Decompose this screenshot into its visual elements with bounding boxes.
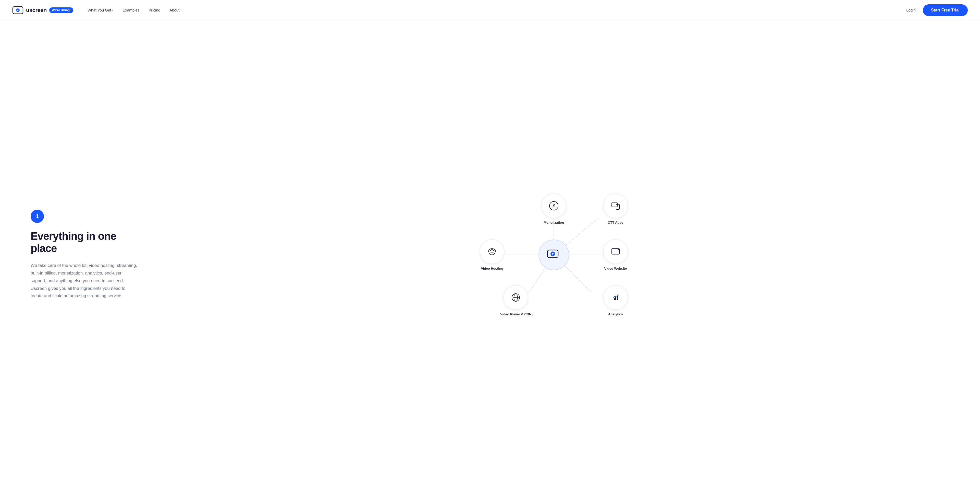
chevron-down-icon-about: ▾ [180, 9, 182, 11]
uscreen-center-icon [546, 247, 562, 263]
svg-point-25 [617, 295, 619, 295]
center-node [538, 239, 569, 270]
main-content: 1 Everything in one place We take care o… [0, 21, 980, 489]
monetization-circle: $ [542, 194, 566, 218]
video-player-circle [504, 285, 528, 310]
video-hosting-circle [480, 239, 504, 264]
main-heading: Everything in one place [30, 230, 138, 255]
uscreen-logo-icon [12, 6, 24, 15]
ott-circle [603, 194, 628, 218]
hiring-badge[interactable]: We're Hiring! [49, 7, 73, 13]
nav-examples[interactable]: Examples [123, 8, 139, 12]
svg-text:$: $ [552, 203, 555, 209]
feature-node-ott: OTT Apps [603, 194, 628, 225]
analytics-icon [611, 292, 620, 303]
video-player-cdn-icon [511, 292, 521, 303]
step-badge: 1 [30, 210, 44, 223]
video-website-circle [603, 239, 628, 264]
video-website-label: Video Website [605, 266, 627, 270]
svg-point-16 [490, 253, 495, 255]
navbar: uscreen We're Hiring! What You Get ▾ Exa… [0, 0, 980, 21]
svg-rect-14 [612, 203, 617, 207]
svg-rect-22 [614, 298, 615, 300]
feature-node-video-website: Video Website [603, 239, 628, 270]
nav-menu: What You Get ▾ Examples Pricing About ▾ [88, 8, 906, 12]
ott-label: OTT Apps [608, 221, 624, 225]
analytics-label: Analytics [608, 312, 623, 316]
navbar-right: Login Start Free Trial [906, 4, 968, 16]
nav-what-you-get[interactable]: What You Get ▾ [88, 8, 114, 12]
diagram-container: $ Monetization OTT Apps [475, 188, 633, 321]
video-website-icon [611, 247, 620, 256]
nav-pricing[interactable]: Pricing [148, 8, 160, 12]
chevron-down-icon: ▾ [112, 9, 113, 11]
login-link[interactable]: Login [906, 8, 916, 12]
feature-node-video-player: Video Player & CDN [500, 285, 531, 316]
start-trial-button[interactable]: Start Free Trial [923, 4, 968, 16]
diagram-section: $ Monetization OTT Apps [158, 188, 950, 321]
nav-about[interactable]: About ▾ [169, 8, 182, 12]
video-hosting-icon [487, 247, 497, 256]
hero-text-section: 1 Everything in one place We take care o… [30, 210, 138, 300]
monetization-icon: $ [549, 201, 559, 211]
main-description: We take care of the whole lot: video hos… [30, 262, 138, 300]
video-player-label: Video Player & CDN [500, 312, 531, 316]
logo-link[interactable]: uscreen We're Hiring! [12, 6, 73, 15]
feature-node-video-hosting: Video Hosting [480, 239, 504, 270]
feature-node-monetization: $ Monetization [542, 194, 566, 225]
analytics-circle [603, 285, 628, 310]
ott-apps-icon [611, 201, 620, 211]
monetization-label: Monetization [544, 221, 564, 225]
logo-text: uscreen [26, 7, 47, 14]
video-hosting-label: Video Hosting [481, 266, 503, 270]
feature-node-analytics: Analytics [603, 285, 628, 316]
